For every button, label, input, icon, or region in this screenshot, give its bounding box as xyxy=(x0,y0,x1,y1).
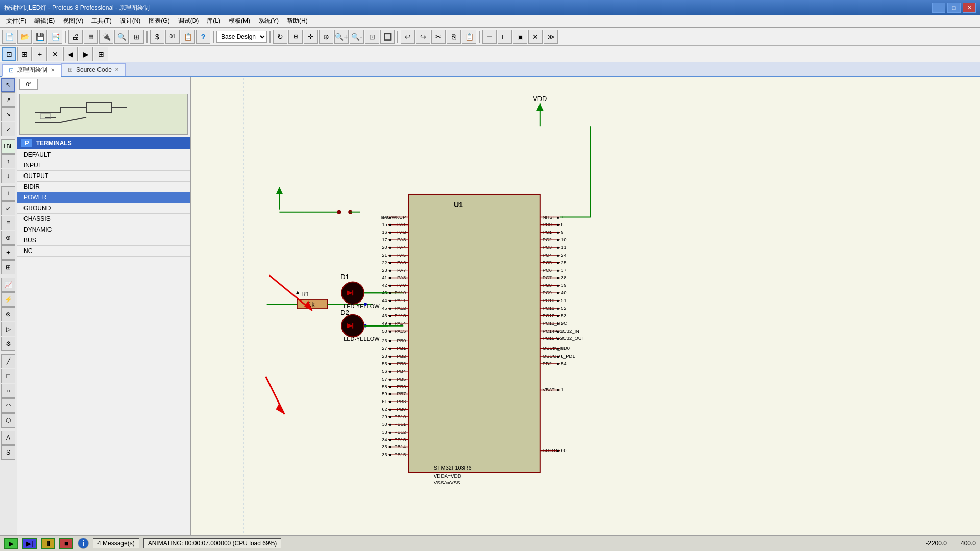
new-sheet-button[interactable]: + xyxy=(33,47,47,61)
tab-source-close[interactable]: ✕ xyxy=(115,67,119,72)
delete-button[interactable]: ✕ xyxy=(528,30,543,44)
zoom-in-button[interactable]: 🔍 xyxy=(114,30,129,44)
menu-tools[interactable]: 工具(T) xyxy=(87,16,115,27)
align-left-button[interactable]: ⊣ xyxy=(482,30,497,44)
pan-button[interactable]: ⊕ xyxy=(319,30,333,44)
graph-tool[interactable]: 📈 xyxy=(1,278,15,292)
wire-label-tool[interactable]: ↙ xyxy=(1,122,15,136)
zoom-in2-button[interactable]: 🔍+ xyxy=(334,30,349,44)
digit-button[interactable]: 01 xyxy=(165,30,180,44)
symbol-tool[interactable]: S xyxy=(1,445,15,460)
stop-button[interactable]: ■ xyxy=(59,538,74,549)
paste-button[interactable]: 📋 xyxy=(462,30,476,44)
generator-tool[interactable]: ⚙ xyxy=(1,337,15,351)
line-tool[interactable]: ╱ xyxy=(1,354,15,368)
menu-template[interactable]: 模板(M) xyxy=(225,16,254,27)
svg-text:■: ■ xyxy=(557,238,559,242)
plus-tool[interactable]: + xyxy=(1,186,15,201)
terminal-power[interactable]: POWER xyxy=(17,192,190,203)
grid-button[interactable]: ⊞ xyxy=(288,30,303,44)
tab-source-code[interactable]: ⊞ Source Code ✕ xyxy=(61,63,126,76)
more-button[interactable]: ≫ xyxy=(544,30,558,44)
terminal-input[interactable]: INPUT xyxy=(17,160,190,171)
zoom-out-button[interactable]: 🔍- xyxy=(350,30,364,44)
terminal-output[interactable]: OUTPUT xyxy=(17,171,190,182)
pin-tool[interactable]: ⊞ xyxy=(1,260,15,274)
terminal-dynamic[interactable]: DYNAMIC xyxy=(17,224,190,235)
menu-library[interactable]: 库(L) xyxy=(203,16,225,27)
cross-tool[interactable]: ⊕ xyxy=(1,231,15,245)
arrow-up-tool[interactable]: ↑ xyxy=(1,154,15,168)
lbl-tool[interactable]: LBL xyxy=(1,139,15,154)
menu-chart[interactable]: 图表(G) xyxy=(144,16,174,27)
nav-next-button[interactable]: ▶ xyxy=(79,47,93,61)
design-mode-select[interactable]: Base Design xyxy=(216,31,267,43)
align-right-button[interactable]: ⊢ xyxy=(498,30,512,44)
arc-tool[interactable]: ◠ xyxy=(1,398,15,413)
menu-view[interactable]: 视图(V) xyxy=(59,16,87,27)
undo-button[interactable]: ↩ xyxy=(401,30,415,44)
terminal-bidir[interactable]: BIDIR xyxy=(17,182,190,192)
terminal-ground[interactable]: GROUND xyxy=(17,203,190,214)
print-button[interactable]: 🖨 xyxy=(68,30,83,44)
arrow-down-tool[interactable]: ↓ xyxy=(1,169,15,183)
step-button[interactable]: ▶| xyxy=(22,538,37,549)
close-button[interactable]: ✕ xyxy=(963,3,976,13)
redo-button[interactable]: ↪ xyxy=(416,30,430,44)
select-tool[interactable]: ↖ xyxy=(1,78,15,92)
zoom-fit-button[interactable]: ⊡ xyxy=(365,30,379,44)
poly-tool[interactable]: ⬡ xyxy=(1,413,15,428)
menu-debug[interactable]: 调试(D) xyxy=(174,16,203,27)
export-button[interactable]: 📋 xyxy=(181,30,195,44)
tape-tool[interactable]: ▷ xyxy=(1,322,15,336)
delete-sheet-button[interactable]: ✕ xyxy=(48,47,62,61)
pause-button[interactable]: ⏸ xyxy=(41,538,55,549)
netlist-button[interactable]: ⊞ xyxy=(130,30,144,44)
rect-tool[interactable]: □ xyxy=(1,369,15,383)
terminal-chassis[interactable]: CHASSIS xyxy=(17,214,190,224)
component-button[interactable]: 🔌 xyxy=(99,30,113,44)
terminal-bus[interactable]: BUS xyxy=(17,235,190,246)
block-button[interactable]: ▣ xyxy=(513,30,527,44)
info-button[interactable]: i xyxy=(78,538,89,549)
source-button[interactable]: ⊞ xyxy=(17,47,32,61)
save-all-button[interactable]: 📑 xyxy=(48,30,62,44)
component-tool[interactable]: ↗ xyxy=(1,92,15,107)
angle-input[interactable] xyxy=(19,79,38,90)
menu-design[interactable]: 设计(N) xyxy=(116,16,145,27)
circle-tool[interactable]: ○ xyxy=(1,384,15,398)
print2-button[interactable]: ▤ xyxy=(84,30,98,44)
hierarchy-button[interactable]: ⊞ xyxy=(94,47,108,61)
tab-schematic[interactable]: ⊡ 原理图绘制 ✕ xyxy=(2,64,61,77)
terminal-default[interactable]: DEFAULT xyxy=(17,149,190,160)
menu-help[interactable]: 帮助(H) xyxy=(283,16,312,27)
text-tool[interactable]: A xyxy=(1,431,15,445)
bom-button[interactable]: $ xyxy=(150,30,164,44)
schematic-icon-button[interactable]: ⊡ xyxy=(2,47,16,61)
voltage-tool[interactable]: ⚡ xyxy=(1,292,15,307)
new-button[interactable]: 📄 xyxy=(2,30,16,44)
menu-file[interactable]: 文件(F) xyxy=(2,16,30,27)
help-button[interactable]: ? xyxy=(196,30,210,44)
cross-button[interactable]: ✛ xyxy=(304,30,318,44)
play-button[interactable]: ▶ xyxy=(4,538,18,549)
maximize-button[interactable]: □ xyxy=(947,3,961,13)
menu-system[interactable]: 系统(Y) xyxy=(254,16,283,27)
marker-tool[interactable]: ✦ xyxy=(1,245,15,260)
menu-edit[interactable]: 编辑(E) xyxy=(30,16,59,27)
nav-prev-button[interactable]: ◀ xyxy=(63,47,78,61)
canvas-area[interactable]: VDD ▲ R1 1k D1 xyxy=(191,77,980,535)
diagonal-tool[interactable]: ↙ xyxy=(1,201,15,215)
bus-tool[interactable]: ≡ xyxy=(1,216,15,230)
save-button[interactable]: 💾 xyxy=(33,30,47,44)
probe-tool[interactable]: ⊗ xyxy=(1,307,15,321)
zoom-area-button[interactable]: 🔲 xyxy=(380,30,395,44)
cut-button[interactable]: ✂ xyxy=(431,30,446,44)
junction-tool[interactable]: ↘ xyxy=(1,107,15,121)
minimize-button[interactable]: ─ xyxy=(932,3,945,13)
tab-schematic-close[interactable]: ✕ xyxy=(51,67,55,73)
terminal-nc[interactable]: NC xyxy=(17,246,190,257)
refresh-button[interactable]: ↻ xyxy=(273,30,287,44)
open-button[interactable]: 📂 xyxy=(17,30,32,44)
copy-button[interactable]: ⎘ xyxy=(447,30,461,44)
